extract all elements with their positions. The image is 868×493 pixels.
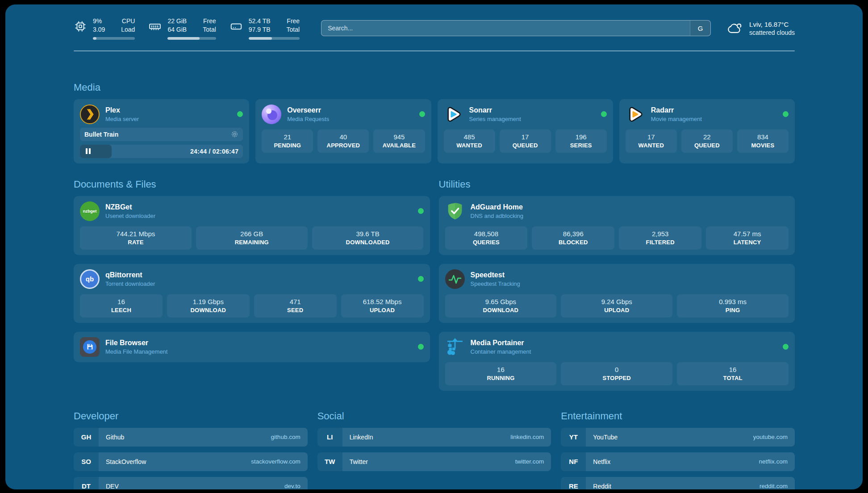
cpu-usage-value: 9% (93, 17, 105, 25)
stat-filtered: 2,953FILTERED (619, 226, 701, 250)
bookmark-name: LinkedIn (350, 434, 373, 441)
app-title: Plex (105, 106, 139, 114)
app-subtitle: Movie management (651, 116, 702, 122)
app-card-filebrowser[interactable]: File Browser Media File Management (74, 332, 430, 362)
pause-button[interactable] (86, 148, 91, 154)
section-title-media: Media (74, 82, 795, 93)
weather-location-temp: Lviv, 16.87°C (749, 21, 795, 28)
app-card-radarr[interactable]: Radarr Movie management 17WANTED 22QUEUE… (619, 99, 795, 163)
dashboard-panel: 9% 3.09 CPU Load 22 GiB (5, 4, 863, 489)
stat-approved: 40APPROVED (317, 130, 369, 153)
bookmark-name: DEV (106, 483, 119, 489)
session-settings-icon[interactable] (231, 130, 238, 138)
ram-free-label: Free (203, 17, 216, 25)
bookmark-abbr: RE (561, 477, 586, 489)
app-title: Media Portainer (471, 339, 531, 347)
bookmark-twitter[interactable]: TW Twitter twitter.com (317, 452, 551, 471)
topbar: 9% 3.09 CPU Load 22 GiB (74, 17, 795, 40)
status-online-dot (419, 111, 425, 117)
stat-total: 16TOTAL (677, 362, 789, 385)
bookmark-abbr: LI (317, 428, 342, 447)
status-online-dot (783, 111, 789, 117)
section-title-developer: Developer (74, 410, 308, 422)
stat-queued: 17QUEUED (500, 130, 551, 153)
bookmark-abbr: NF (561, 452, 586, 471)
app-subtitle: Media File Management (105, 348, 167, 355)
stat-wanted: 17WANTED (626, 130, 677, 153)
ram-progress-bar (167, 37, 216, 40)
ram-total-label: Total (203, 25, 216, 34)
cpu-load-label: Load (121, 25, 135, 34)
bookmark-url: youtube.com (753, 434, 788, 440)
app-card-sonarr[interactable]: Sonarr Series management 485WANTED 17QUE… (438, 99, 613, 163)
app-title: Sonarr (469, 106, 521, 114)
bookmark-url: dev.to (284, 483, 300, 489)
bookmark-github[interactable]: GH Github github.com (74, 428, 308, 447)
stat-download: 9.65 GbpsDOWNLOAD (445, 294, 557, 318)
status-online-dot (601, 111, 607, 117)
bookmark-url: reddit.com (760, 483, 788, 489)
app-subtitle: DNS and adblocking (471, 213, 524, 219)
stat-pending: 21PENDING (262, 130, 313, 153)
status-online-dot (418, 276, 424, 282)
bookmark-url: stackoverflow.com (251, 458, 300, 465)
disk-total-value: 97.9 TB (249, 25, 271, 34)
stat-upload: 9.24 GbpsUPLOAD (561, 294, 672, 318)
playback-progress-fill (80, 145, 112, 158)
stat-downloaded: 39.6 TBDOWNLOADED (312, 226, 424, 250)
section-title-documents: Documents & Files (74, 179, 430, 190)
app-card-portainer[interactable]: Media Portainer Container management 16R… (439, 332, 795, 391)
overseerr-icon (262, 104, 281, 124)
ram-stat-group: 22 GiB 64 GiB Free Total (148, 17, 216, 40)
app-card-speedtest[interactable]: Speedtest Speedtest Tracking 9.65 GbpsDO… (439, 264, 795, 323)
app-card-plex[interactable]: Plex Media server Bullet Train 24:44 / 0 (74, 99, 249, 163)
bookmark-youtube[interactable]: YT YouTube youtube.com (561, 428, 795, 447)
status-online-dot (418, 344, 424, 350)
weather-widget: Lviv, 16.87°C scattered clouds (727, 21, 795, 36)
stat-rate: 744.21 MbpsRATE (80, 226, 192, 250)
bookmark-abbr: TW (317, 452, 342, 471)
hard-drive-icon (230, 20, 243, 33)
stat-remaining: 266 GBREMAINING (196, 226, 308, 250)
app-card-qbittorrent[interactable]: qb qBittorrent Torrent downloader 16LEEC… (74, 264, 430, 323)
cpu-load-value: 3.09 (93, 25, 105, 34)
weather-condition: scattered clouds (749, 29, 795, 36)
stat-queries: 498,508QUERIES (445, 226, 528, 250)
app-title: NZBGet (105, 203, 155, 211)
bookmark-reddit[interactable]: RE Reddit reddit.com (561, 477, 795, 489)
bookmark-abbr: DT (74, 477, 99, 489)
status-online-dot (783, 344, 789, 350)
search-provider-button[interactable]: G (690, 21, 710, 36)
stat-leech: 16LEECH (80, 294, 163, 318)
app-title: Speedtest (471, 271, 520, 279)
cpu-progress-bar (93, 37, 135, 40)
bookmark-linkedin[interactable]: LI LinkedIn linkedin.com (317, 428, 551, 447)
bookmark-url: github.com (271, 434, 300, 440)
status-online-dot (237, 111, 243, 117)
stat-download: 1.19 GbpsDOWNLOAD (167, 294, 250, 318)
bookmark-abbr: SO (74, 452, 99, 471)
app-card-nzbget[interactable]: nzbget NZBGet Usenet downloader 744.21 M… (74, 196, 430, 255)
disk-progress-bar (249, 37, 300, 40)
filebrowser-icon (80, 337, 100, 357)
bookmark-name: Netflix (593, 458, 610, 465)
app-title: Overseerr (287, 106, 329, 114)
radarr-icon (626, 104, 645, 124)
bookmark-dev[interactable]: DT DEV dev.to (74, 477, 308, 489)
bookmark-netflix[interactable]: NF Netflix netflix.com (561, 452, 795, 471)
bookmark-name: Reddit (593, 483, 611, 489)
app-subtitle: Usenet downloader (105, 213, 155, 219)
bookmark-name: Github (106, 434, 124, 441)
qbittorrent-icon: qb (80, 269, 100, 289)
app-card-overseerr[interactable]: Overseerr Media Requests 21PENDING 40APP… (255, 99, 431, 163)
stat-stopped: 0STOPPED (561, 362, 672, 385)
disk-stat-group: 52.4 TB 97.9 TB Free Total (230, 17, 300, 40)
bookmark-stackoverflow[interactable]: SO StackOverflow stackoverflow.com (74, 452, 308, 471)
now-playing-title: Bullet Train (84, 131, 118, 138)
app-title: AdGuard Home (471, 203, 524, 211)
search-input[interactable] (321, 21, 690, 36)
stat-latency: 47.57 msLATENCY (706, 226, 789, 250)
app-card-adguard[interactable]: AdGuard Home DNS and adblocking 498,508Q… (439, 196, 795, 255)
bookmark-abbr: YT (561, 428, 586, 447)
stat-blocked: 86,396BLOCKED (532, 226, 614, 250)
